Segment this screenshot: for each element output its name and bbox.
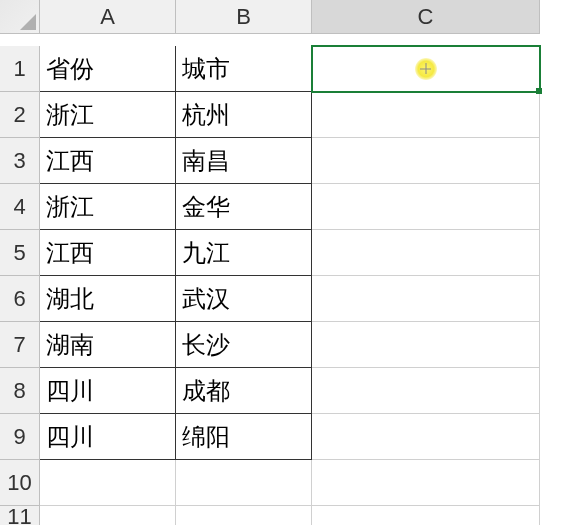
cell-a7[interactable]: 湖南 xyxy=(40,322,176,368)
col-header-b[interactable]: B xyxy=(176,0,312,34)
spreadsheet-grid[interactable]: A B C 1 省份 城市 2 浙江 杭州 3 江西 南昌 4 浙江 金华 5 … xyxy=(0,0,580,525)
select-all-corner[interactable] xyxy=(0,0,40,34)
cell-b6[interactable]: 武汉 xyxy=(176,276,312,322)
cell-a11[interactable] xyxy=(40,506,176,525)
cell-b11[interactable] xyxy=(176,506,312,525)
cell-a5[interactable]: 江西 xyxy=(40,230,176,276)
cursor-crosshair-icon xyxy=(415,58,437,80)
cell-a8[interactable]: 四川 xyxy=(40,368,176,414)
cell-a2[interactable]: 浙江 xyxy=(40,92,176,138)
cell-b2[interactable]: 杭州 xyxy=(176,92,312,138)
cell-a10[interactable] xyxy=(40,460,176,506)
cell-c1[interactable] xyxy=(312,46,540,92)
cell-b4[interactable]: 金华 xyxy=(176,184,312,230)
cell-c2[interactable] xyxy=(312,92,540,138)
cell-b7[interactable]: 长沙 xyxy=(176,322,312,368)
col-header-a[interactable]: A xyxy=(40,0,176,34)
cell-c6[interactable] xyxy=(312,276,540,322)
cell-b1[interactable]: 城市 xyxy=(176,46,312,92)
row-header-10[interactable]: 10 xyxy=(0,460,40,506)
cell-c4[interactable] xyxy=(312,184,540,230)
cell-c10[interactable] xyxy=(312,460,540,506)
row-header-11[interactable]: 11 xyxy=(0,506,40,525)
cell-a9[interactable]: 四川 xyxy=(40,414,176,460)
cell-c11[interactable] xyxy=(312,506,540,525)
cell-a6[interactable]: 湖北 xyxy=(40,276,176,322)
row-header-8[interactable]: 8 xyxy=(0,368,40,414)
cell-c9[interactable] xyxy=(312,414,540,460)
cell-c7[interactable] xyxy=(312,322,540,368)
cell-c8[interactable] xyxy=(312,368,540,414)
cell-a4[interactable]: 浙江 xyxy=(40,184,176,230)
cell-c3[interactable] xyxy=(312,138,540,184)
cell-b9[interactable]: 绵阳 xyxy=(176,414,312,460)
cell-a1[interactable]: 省份 xyxy=(40,46,176,92)
cell-b10[interactable] xyxy=(176,460,312,506)
cell-b3[interactable]: 南昌 xyxy=(176,138,312,184)
row-header-1[interactable]: 1 xyxy=(0,46,40,92)
cell-c5[interactable] xyxy=(312,230,540,276)
cell-b5[interactable]: 九江 xyxy=(176,230,312,276)
cell-b8[interactable]: 成都 xyxy=(176,368,312,414)
row-header-4[interactable]: 4 xyxy=(0,184,40,230)
row-header-6[interactable]: 6 xyxy=(0,276,40,322)
row-header-5[interactable]: 5 xyxy=(0,230,40,276)
row-header-3[interactable]: 3 xyxy=(0,138,40,184)
row-header-2[interactable]: 2 xyxy=(0,92,40,138)
row-header-7[interactable]: 7 xyxy=(0,322,40,368)
col-header-c[interactable]: C xyxy=(312,0,540,34)
row-header-9[interactable]: 9 xyxy=(0,414,40,460)
cell-a3[interactable]: 江西 xyxy=(40,138,176,184)
